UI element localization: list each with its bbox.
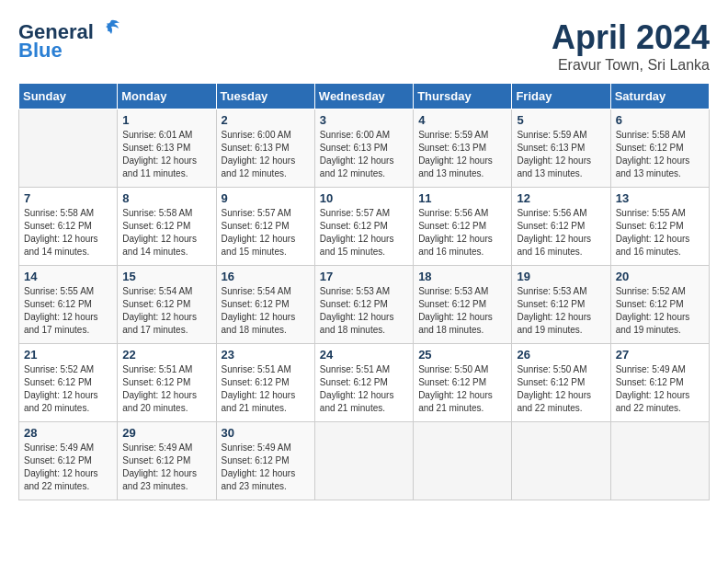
day-number: 2 (222, 113, 310, 127)
calendar-cell: 12Sunrise: 5:56 AMSunset: 6:12 PMDayligh… (512, 188, 610, 266)
calendar-cell: 29Sunrise: 5:49 AMSunset: 6:12 PMDayligh… (118, 422, 216, 500)
calendar-cell: 4Sunrise: 5:59 AMSunset: 6:13 PMDaylight… (414, 109, 512, 188)
day-number: 20 (616, 270, 704, 283)
calendar-cell: 23Sunrise: 5:51 AMSunset: 6:12 PMDayligh… (216, 344, 314, 422)
day-info: Sunrise: 5:51 AMSunset: 6:12 PMDaylight:… (122, 363, 210, 415)
location-subtitle: Eravur Town, Sri Lanka (552, 57, 710, 74)
calendar-cell: 8Sunrise: 5:58 AMSunset: 6:12 PMDaylight… (118, 188, 216, 266)
calendar-cell: 15Sunrise: 5:54 AMSunset: 6:12 PMDayligh… (118, 266, 216, 344)
calendar-cell: 21Sunrise: 5:52 AMSunset: 6:12 PMDayligh… (19, 344, 118, 422)
day-number: 23 (222, 348, 310, 362)
calendar-week-5: 28Sunrise: 5:49 AMSunset: 6:12 PMDayligh… (19, 422, 710, 500)
calendar-cell: 16Sunrise: 5:54 AMSunset: 6:12 PMDayligh… (216, 266, 314, 344)
day-number: 22 (122, 348, 210, 362)
day-info: Sunrise: 5:57 AMSunset: 6:12 PMDaylight:… (320, 207, 408, 259)
day-number: 5 (517, 113, 605, 127)
title-block: April 2024 Eravur Town, Sri Lanka (552, 18, 710, 74)
calendar-cell: 25Sunrise: 5:50 AMSunset: 6:12 PMDayligh… (414, 344, 512, 422)
calendar-cell: 28Sunrise: 5:49 AMSunset: 6:12 PMDayligh… (19, 422, 118, 500)
day-number: 17 (320, 270, 408, 283)
calendar-cell: 27Sunrise: 5:49 AMSunset: 6:12 PMDayligh… (610, 344, 709, 422)
calendar-cell: 13Sunrise: 5:55 AMSunset: 6:12 PMDayligh… (610, 188, 709, 266)
day-number: 4 (418, 113, 506, 127)
calendar-cell: 18Sunrise: 5:53 AMSunset: 6:12 PMDayligh… (414, 266, 512, 344)
day-info: Sunrise: 5:49 AMSunset: 6:12 PMDaylight:… (122, 442, 210, 493)
col-header-thursday: Thursday (414, 84, 512, 109)
calendar-cell: 22Sunrise: 5:51 AMSunset: 6:12 PMDayligh… (118, 344, 216, 422)
day-number: 30 (222, 426, 310, 440)
day-number: 19 (517, 270, 605, 283)
calendar-cell: 20Sunrise: 5:52 AMSunset: 6:12 PMDayligh… (610, 266, 709, 344)
day-number: 28 (24, 426, 112, 440)
calendar-cell (314, 422, 413, 500)
calendar-week-1: 1Sunrise: 6:01 AMSunset: 6:13 PMDaylight… (19, 109, 710, 188)
day-number: 24 (320, 348, 408, 362)
calendar-cell (512, 422, 610, 500)
day-number: 6 (616, 113, 704, 127)
day-number: 15 (122, 270, 210, 283)
day-info: Sunrise: 5:51 AMSunset: 6:12 PMDaylight:… (320, 363, 408, 415)
day-info: Sunrise: 5:52 AMSunset: 6:12 PMDaylight:… (616, 285, 704, 337)
day-number: 18 (418, 270, 506, 283)
logo: General Blue (18, 18, 121, 62)
day-number: 25 (418, 348, 506, 362)
day-info: Sunrise: 5:58 AMSunset: 6:12 PMDaylight:… (122, 207, 210, 259)
calendar-cell: 14Sunrise: 5:55 AMSunset: 6:12 PMDayligh… (19, 266, 118, 344)
day-info: Sunrise: 5:54 AMSunset: 6:12 PMDaylight:… (222, 285, 310, 337)
day-number: 16 (222, 270, 310, 283)
month-title: April 2024 (552, 18, 710, 57)
calendar-cell: 26Sunrise: 5:50 AMSunset: 6:12 PMDayligh… (512, 344, 610, 422)
calendar-cell: 9Sunrise: 5:57 AMSunset: 6:12 PMDaylight… (216, 188, 314, 266)
day-number: 7 (24, 191, 112, 205)
day-info: Sunrise: 5:55 AMSunset: 6:12 PMDaylight:… (24, 285, 112, 337)
day-number: 13 (616, 191, 704, 205)
day-info: Sunrise: 5:50 AMSunset: 6:12 PMDaylight:… (517, 363, 605, 415)
day-info: Sunrise: 5:49 AMSunset: 6:12 PMDaylight:… (616, 363, 704, 415)
day-info: Sunrise: 5:59 AMSunset: 6:13 PMDaylight:… (517, 129, 605, 180)
day-info: Sunrise: 5:49 AMSunset: 6:12 PMDaylight:… (222, 442, 310, 493)
day-info: Sunrise: 5:53 AMSunset: 6:12 PMDaylight:… (517, 285, 605, 337)
calendar-cell: 6Sunrise: 5:58 AMSunset: 6:12 PMDaylight… (610, 109, 709, 188)
day-info: Sunrise: 6:00 AMSunset: 6:13 PMDaylight:… (320, 129, 408, 180)
day-info: Sunrise: 5:56 AMSunset: 6:12 PMDaylight:… (418, 207, 506, 259)
col-header-sunday: Sunday (19, 84, 118, 109)
day-number: 27 (616, 348, 704, 362)
col-header-monday: Monday (118, 84, 216, 109)
calendar-cell: 10Sunrise: 5:57 AMSunset: 6:12 PMDayligh… (314, 188, 413, 266)
day-info: Sunrise: 5:53 AMSunset: 6:12 PMDaylight:… (320, 285, 408, 337)
day-number: 10 (320, 191, 408, 205)
day-info: Sunrise: 5:57 AMSunset: 6:12 PMDaylight:… (222, 207, 310, 259)
day-number: 11 (418, 191, 506, 205)
day-info: Sunrise: 5:55 AMSunset: 6:12 PMDaylight:… (616, 207, 704, 259)
calendar-week-3: 14Sunrise: 5:55 AMSunset: 6:12 PMDayligh… (19, 266, 710, 344)
day-info: Sunrise: 5:58 AMSunset: 6:12 PMDaylight:… (24, 207, 112, 259)
day-info: Sunrise: 5:53 AMSunset: 6:12 PMDaylight:… (418, 285, 506, 337)
calendar-cell: 3Sunrise: 6:00 AMSunset: 6:13 PMDaylight… (314, 109, 413, 188)
col-header-friday: Friday (512, 84, 610, 109)
day-number: 26 (517, 348, 605, 362)
day-number: 12 (517, 191, 605, 205)
day-info: Sunrise: 6:00 AMSunset: 6:13 PMDaylight:… (222, 129, 310, 180)
calendar-week-4: 21Sunrise: 5:52 AMSunset: 6:12 PMDayligh… (19, 344, 710, 422)
calendar-cell: 11Sunrise: 5:56 AMSunset: 6:12 PMDayligh… (414, 188, 512, 266)
calendar-table: SundayMondayTuesdayWednesdayThursdayFrid… (18, 83, 710, 500)
day-number: 8 (122, 191, 210, 205)
day-number: 1 (122, 113, 210, 127)
day-info: Sunrise: 5:54 AMSunset: 6:12 PMDaylight:… (122, 285, 210, 337)
day-info: Sunrise: 5:58 AMSunset: 6:12 PMDaylight:… (616, 129, 704, 180)
day-number: 3 (320, 113, 408, 127)
calendar-header-row: SundayMondayTuesdayWednesdayThursdayFrid… (19, 84, 710, 109)
calendar-cell (19, 109, 118, 188)
day-info: Sunrise: 5:56 AMSunset: 6:12 PMDaylight:… (517, 207, 605, 259)
day-number: 14 (24, 270, 112, 283)
col-header-wednesday: Wednesday (314, 84, 413, 109)
calendar-cell: 19Sunrise: 5:53 AMSunset: 6:12 PMDayligh… (512, 266, 610, 344)
day-info: Sunrise: 5:51 AMSunset: 6:12 PMDaylight:… (222, 363, 310, 415)
day-info: Sunrise: 5:50 AMSunset: 6:12 PMDaylight:… (418, 363, 506, 415)
logo-blue: Blue (18, 39, 63, 62)
day-info: Sunrise: 5:52 AMSunset: 6:12 PMDaylight:… (24, 363, 112, 415)
calendar-cell: 17Sunrise: 5:53 AMSunset: 6:12 PMDayligh… (314, 266, 413, 344)
calendar-cell: 1Sunrise: 6:01 AMSunset: 6:13 PMDaylight… (118, 109, 216, 188)
calendar-cell: 30Sunrise: 5:49 AMSunset: 6:12 PMDayligh… (216, 422, 314, 500)
day-number: 21 (24, 348, 112, 362)
